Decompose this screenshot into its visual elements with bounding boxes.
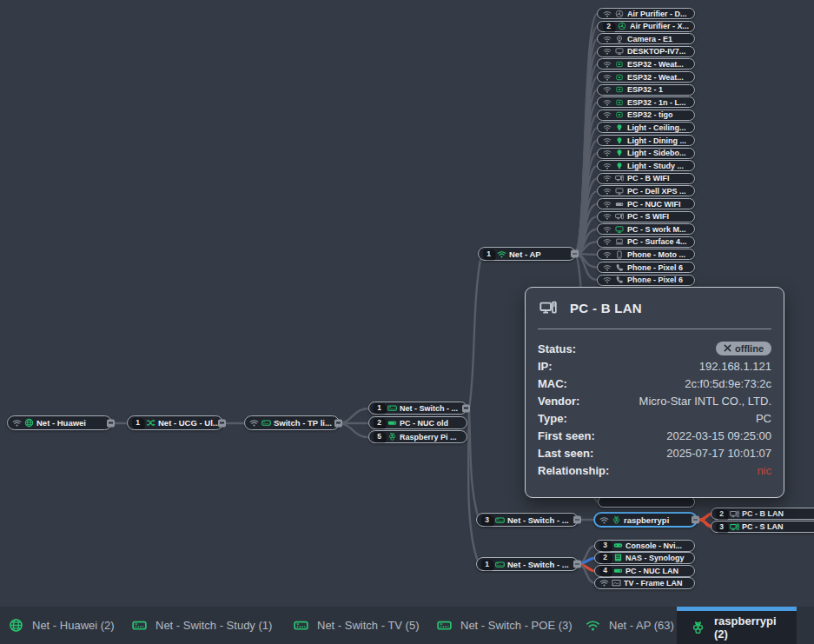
tab-raspberrypi-2[interactable]: raspberrypi (2): [677, 607, 797, 644]
collapse-button[interactable]: [218, 419, 226, 427]
tooltip-row-label: Status:: [538, 342, 576, 355]
tooltip-row: First seen:2022-03-15 09:25:00: [538, 427, 771, 444]
device-row[interactable]: PC - S WIFI: [597, 211, 695, 222]
device-row[interactable]: 2Air Purifier - X...: [597, 21, 695, 32]
shuffle-icon: [146, 418, 156, 428]
node-label: Light - Study ...: [627, 162, 689, 170]
node-label: Net - Switch - ...: [507, 560, 573, 569]
node-label: PC - B LAN: [742, 509, 814, 518]
node-label: ESP32 - 1n - L...: [627, 98, 689, 107]
device-row[interactable]: Air Purifier - D...: [597, 8, 695, 19]
node-pc-nuc-old[interactable]: 2PC - NUC old: [368, 416, 467, 429]
node-tv-frame[interactable]: TV - Frame LAN: [594, 577, 695, 589]
wifi-icon: [603, 149, 612, 157]
port-badge: 2: [716, 509, 727, 519]
device-row[interactable]: Light - Ceiling...: [597, 122, 695, 133]
edge: [338, 408, 368, 423]
device-row[interactable]: ESP32 - Weat...: [597, 71, 695, 83]
device-row[interactable]: PC - B WIFI: [597, 173, 695, 184]
device-row[interactable]: ESP32 - 1n - L...: [597, 96, 695, 108]
device-row[interactable]: Phone - Moto ...: [597, 249, 695, 260]
nuc-icon: [613, 566, 623, 575]
tooltip-row-label: First seen:: [538, 429, 595, 442]
tab-label: Net - Switch - POE (3): [460, 619, 572, 632]
switch-icon: [387, 403, 397, 413]
tab-net-huawei-2[interactable]: Net - Huawei (2): [9, 607, 115, 644]
device-row[interactable]: ESP32 - Weat...: [597, 58, 695, 70]
collapse-button[interactable]: [107, 419, 115, 427]
device-row[interactable]: ESP32 - 1: [597, 84, 695, 96]
node-rpi-old[interactable]: 5Raspberry Pi ...: [368, 430, 467, 443]
tooltip-row-value: nic: [757, 464, 771, 477]
node-tp[interactable]: Switch - TP li...: [244, 415, 340, 430]
switch-icon: [261, 418, 271, 428]
chip-icon: [615, 85, 624, 94]
node-rpi[interactable]: raspberrypi: [593, 512, 698, 528]
fan-icon: [615, 10, 624, 18]
device-row[interactable]: PC - Dell XPS ...: [597, 185, 695, 196]
tab-net-switch-study-1[interactable]: Net - Switch - Study (1): [132, 607, 272, 644]
port-badge: 3: [481, 515, 493, 525]
tooltip-row: Relationship:nic: [538, 461, 771, 479]
node-sw-poe[interactable]: 1Net - Switch - ...: [368, 402, 467, 415]
device-row[interactable]: PC - NUC WIFI: [597, 198, 695, 209]
tab-net-switch-poe-3[interactable]: Net - Switch - POE (3): [437, 607, 572, 644]
tooltip-row-label: Vendor:: [538, 395, 579, 408]
tooltip-row-label: MAC:: [538, 377, 567, 390]
device-row[interactable]: ESP32 - tigo: [597, 110, 695, 121]
collapse-button[interactable]: [692, 516, 699, 524]
wifi-icon: [586, 618, 600, 633]
node-nas[interactable]: 2NAS - Synology: [594, 552, 695, 564]
switch-icon: [495, 515, 505, 525]
device-row[interactable]: Phone - Pixel 6: [597, 262, 695, 273]
device-row[interactable]: PC - Surface 4...: [597, 236, 695, 248]
status-value: offline: [735, 343, 764, 354]
node-console[interactable]: 3Console - Nvi...: [594, 540, 695, 552]
device-row[interactable]: PC - S work M...: [597, 223, 695, 235]
node-label: Light - Sidebo...: [627, 149, 689, 157]
node-ap[interactable]: 1Net - AP: [478, 247, 576, 261]
node-label: Console - Nvi...: [625, 541, 690, 550]
tab-net-switch-tv-5[interactable]: Net - Switch - TV (5): [294, 607, 420, 644]
nas-icon: [613, 553, 623, 562]
node-label: Net - Switch - ...: [507, 515, 573, 525]
device-row[interactable]: Light - Dining ...: [597, 135, 695, 146]
node-sw3[interactable]: 3Net - Switch - ...: [476, 513, 579, 527]
wifi-icon: [497, 249, 506, 259]
tab-net-ap-63[interactable]: Net - AP (63): [586, 607, 674, 644]
port-badge: 4: [599, 566, 611, 575]
device-row[interactable]: Light - Sidebo...: [597, 148, 695, 159]
node-pc-nuc-lan[interactable]: 4PC - NUC LAN: [594, 565, 695, 577]
device-row[interactable]: Phone - Pixel 6: [597, 275, 695, 286]
device-row[interactable]: Light - Study ...: [597, 160, 695, 171]
port-badge: 1: [481, 560, 493, 569]
node-pc-s-lan[interactable]: 3PC - S LAN: [711, 521, 814, 533]
switch-icon: [495, 560, 505, 569]
node-label: TV - Frame LAN: [624, 579, 690, 588]
node-huawei[interactable]: Net - Huawei: [7, 415, 112, 430]
nuc-icon: [387, 418, 397, 428]
node-label: PC - S WIFI: [627, 212, 689, 221]
node-sw1[interactable]: 1Net - Switch - ...: [476, 557, 579, 571]
tooltip-row-value: 2022-03-15 09:25:00: [666, 429, 771, 442]
node-ucg[interactable]: 1Net - UCG - Ul...: [127, 415, 223, 430]
chip-icon: [615, 110, 624, 119]
topology-canvas[interactable]: Air Purifier - D...2Air Purifier - X...C…: [0, 0, 814, 644]
nuc-icon: [615, 200, 624, 209]
collapse-button[interactable]: [573, 516, 581, 524]
device-row[interactable]: DESKTOP-IV7...: [597, 46, 695, 57]
node-label: PC - NUC LAN: [625, 567, 690, 575]
edge: [338, 423, 368, 437]
pc-icon: [730, 509, 739, 519]
wifi-icon: [603, 73, 612, 82]
controller-icon: [613, 541, 623, 550]
bulb-icon: [615, 136, 624, 145]
collapse-button[interactable]: [334, 419, 342, 427]
monitor-icon: [615, 47, 624, 56]
collapse-button[interactable]: [462, 404, 470, 412]
node-pc-b-lan[interactable]: 2PC - B LAN: [711, 508, 814, 520]
collapse-button[interactable]: [571, 250, 579, 258]
wifi-icon: [603, 276, 612, 284]
collapse-button[interactable]: [573, 561, 581, 568]
device-row[interactable]: Camera - E1: [597, 33, 695, 44]
